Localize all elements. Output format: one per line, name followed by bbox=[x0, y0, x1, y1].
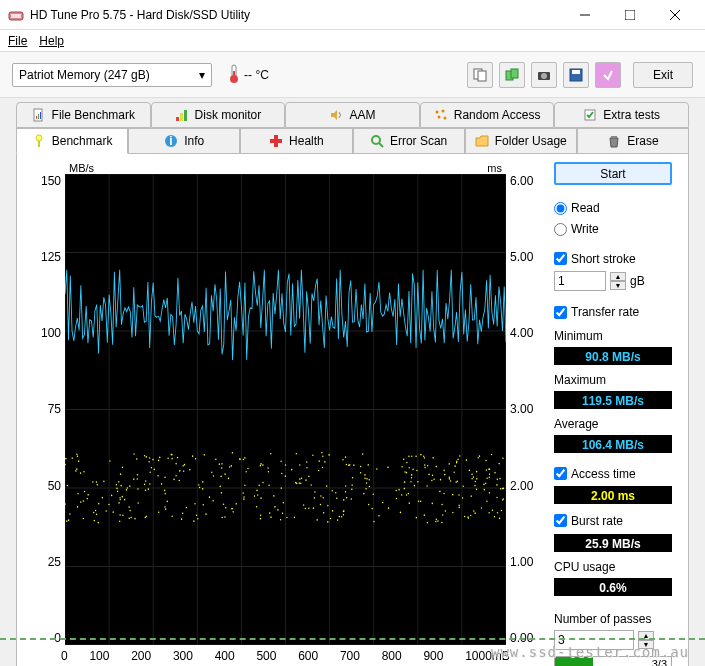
read-radio[interactable]: Read bbox=[554, 199, 672, 216]
svg-point-208 bbox=[476, 478, 477, 480]
svg-point-82 bbox=[149, 457, 150, 459]
tab-benchmark[interactable]: Benchmark bbox=[16, 128, 128, 154]
copy-info-button[interactable] bbox=[467, 62, 493, 88]
svg-point-440 bbox=[466, 459, 467, 461]
tab-folder-usage[interactable]: Folder Usage bbox=[465, 128, 577, 154]
short-stroke-input[interactable] bbox=[554, 271, 606, 291]
svg-point-435 bbox=[481, 507, 482, 509]
transfer-rate-check[interactable]: Transfer rate bbox=[554, 303, 672, 320]
disk-monitor-icon bbox=[175, 108, 189, 122]
svg-point-228 bbox=[360, 466, 361, 468]
svg-point-165 bbox=[83, 518, 84, 520]
screenshot-button[interactable] bbox=[531, 62, 557, 88]
folder-icon bbox=[475, 134, 489, 148]
side-panel: Start Read Write Short stroke ▲▼ gB Tran… bbox=[554, 162, 672, 666]
svg-point-117 bbox=[345, 491, 346, 493]
average-value: 106.4 MB/s bbox=[554, 435, 672, 453]
svg-point-303 bbox=[476, 489, 477, 491]
svg-point-262 bbox=[120, 473, 121, 475]
svg-rect-12 bbox=[511, 69, 518, 78]
tab-aam[interactable]: AAM bbox=[285, 102, 420, 128]
svg-point-152 bbox=[130, 517, 131, 519]
tab-info[interactable]: iInfo bbox=[128, 128, 240, 154]
svg-rect-16 bbox=[572, 70, 580, 74]
svg-point-254 bbox=[189, 469, 190, 471]
menu-bar: File Help bbox=[0, 30, 705, 52]
app-icon bbox=[8, 7, 24, 23]
svg-point-379 bbox=[477, 457, 478, 459]
svg-point-417 bbox=[463, 485, 464, 487]
tab-health[interactable]: Health bbox=[240, 128, 352, 154]
menu-file[interactable]: File bbox=[8, 34, 27, 48]
svg-point-93 bbox=[232, 511, 233, 513]
svg-point-450 bbox=[239, 458, 240, 460]
svg-point-281 bbox=[396, 490, 397, 492]
svg-point-381 bbox=[471, 478, 472, 480]
short-stroke-spinner[interactable]: ▲▼ bbox=[610, 272, 626, 290]
svg-point-84 bbox=[412, 469, 413, 471]
svg-point-271 bbox=[494, 472, 495, 474]
tab-extra-tests[interactable]: Extra tests bbox=[554, 102, 689, 128]
tab-random-access[interactable]: Random Access bbox=[420, 102, 555, 128]
minimize-button[interactable] bbox=[562, 1, 607, 29]
svg-point-142 bbox=[400, 512, 401, 514]
short-stroke-check[interactable]: Short stroke bbox=[554, 250, 672, 267]
maximum-label: Maximum bbox=[554, 373, 672, 387]
svg-point-285 bbox=[96, 481, 97, 483]
svg-point-342 bbox=[299, 482, 300, 484]
svg-point-88 bbox=[122, 514, 123, 516]
access-time-check[interactable]: Access time bbox=[554, 465, 672, 482]
svg-text:i: i bbox=[170, 134, 173, 148]
options-button[interactable] bbox=[595, 62, 621, 88]
svg-point-305 bbox=[280, 460, 281, 462]
svg-point-101 bbox=[387, 467, 388, 469]
short-stroke-unit: gB bbox=[630, 274, 645, 288]
svg-point-357 bbox=[346, 497, 347, 499]
svg-point-408 bbox=[243, 459, 244, 461]
drive-select[interactable]: Patriot Memory (247 gB) ▾ bbox=[12, 63, 212, 87]
svg-point-209 bbox=[177, 457, 178, 459]
start-button[interactable]: Start bbox=[554, 162, 672, 185]
svg-point-245 bbox=[76, 453, 77, 455]
burst-rate-check[interactable]: Burst rate bbox=[554, 512, 672, 529]
svg-point-345 bbox=[97, 484, 98, 486]
svg-point-121 bbox=[129, 510, 130, 512]
svg-point-163 bbox=[408, 493, 409, 495]
copy-screenshot-button[interactable] bbox=[499, 62, 525, 88]
svg-point-311 bbox=[119, 497, 120, 499]
svg-point-419 bbox=[129, 518, 130, 520]
short-stroke-field: ▲▼ gB bbox=[554, 271, 672, 291]
svg-point-391 bbox=[401, 494, 402, 496]
svg-point-445 bbox=[179, 480, 180, 482]
svg-rect-34 bbox=[270, 139, 282, 143]
svg-point-179 bbox=[473, 510, 474, 512]
svg-point-147 bbox=[83, 500, 84, 502]
exit-button[interactable]: Exit bbox=[633, 62, 693, 88]
svg-point-111 bbox=[411, 455, 412, 457]
svg-point-278 bbox=[373, 493, 374, 495]
svg-point-307 bbox=[417, 481, 418, 483]
temperature-display: -- °C bbox=[228, 63, 269, 86]
tab-error-scan[interactable]: Error Scan bbox=[353, 128, 465, 154]
tab-disk-monitor[interactable]: Disk monitor bbox=[151, 102, 286, 128]
burst-rate-value: 25.9 MB/s bbox=[554, 534, 672, 552]
save-button[interactable] bbox=[563, 62, 589, 88]
tab-file-benchmark[interactable]: File Benchmark bbox=[16, 102, 151, 128]
svg-point-154 bbox=[116, 488, 117, 490]
close-button[interactable] bbox=[652, 1, 697, 29]
svg-point-138 bbox=[299, 478, 300, 480]
svg-point-288 bbox=[330, 518, 331, 520]
menu-help[interactable]: Help bbox=[39, 34, 64, 48]
svg-point-314 bbox=[404, 481, 405, 483]
svg-point-337 bbox=[118, 502, 119, 504]
tab-erase[interactable]: Erase bbox=[577, 128, 689, 154]
svg-point-217 bbox=[128, 506, 129, 508]
svg-point-68 bbox=[342, 459, 343, 461]
svg-point-109 bbox=[327, 521, 328, 523]
svg-point-436 bbox=[406, 472, 407, 474]
svg-point-157 bbox=[154, 469, 155, 471]
maximize-button[interactable] bbox=[607, 1, 652, 29]
svg-point-292 bbox=[300, 483, 301, 485]
write-radio[interactable]: Write bbox=[554, 221, 672, 238]
svg-point-447 bbox=[366, 482, 367, 484]
